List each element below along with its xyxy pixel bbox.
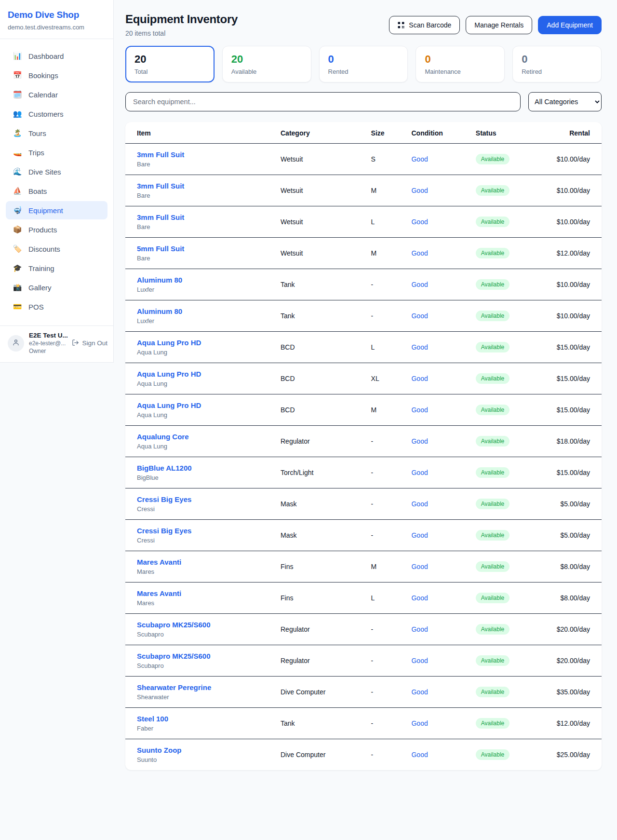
sidebar-item-discounts[interactable]: 🏷️Discounts: [6, 240, 107, 258]
item-cell: Mares AvantiMares: [125, 551, 273, 583]
condition-link[interactable]: Good: [411, 563, 428, 570]
sidebar-nav: 📊Dashboard📅Bookings🗓️Calendar👥Customers🏝…: [0, 39, 113, 322]
item-link[interactable]: Aluminum 80: [137, 276, 265, 284]
condition-cell: Good: [403, 238, 468, 269]
trips-icon: 🚤: [13, 148, 22, 157]
condition-cell: Good: [403, 583, 468, 614]
item-link[interactable]: 3mm Full Suit: [137, 150, 265, 159]
table-row: 3mm Full SuitBareWetsuitMGoodAvailable$1…: [125, 175, 602, 206]
condition-link[interactable]: Good: [411, 155, 428, 163]
sign-out-icon: [72, 339, 79, 348]
item-link[interactable]: Cressi Big Eyes: [137, 527, 265, 535]
sidebar-item-pos[interactable]: 💳POS: [6, 298, 107, 316]
sidebar-item-trips[interactable]: 🚤Trips: [6, 143, 107, 162]
item-link[interactable]: BigBlue AL1200: [137, 464, 265, 472]
item-link[interactable]: Suunto Zoop: [137, 746, 265, 754]
sidebar-item-customers[interactable]: 👥Customers: [6, 105, 107, 123]
category-filter[interactable]: All Categories: [528, 92, 602, 111]
status-cell: Available: [468, 614, 549, 645]
condition-cell: Good: [403, 332, 468, 363]
condition-link[interactable]: Good: [411, 657, 428, 664]
dive-sites-icon: 🌊: [13, 167, 22, 176]
item-link[interactable]: Aluminum 80: [137, 307, 265, 315]
condition-link[interactable]: Good: [411, 719, 428, 727]
item-link[interactable]: Aqua Lung Pro HD: [137, 339, 265, 347]
condition-link[interactable]: Good: [411, 281, 428, 288]
discounts-icon: 🏷️: [13, 244, 22, 253]
sidebar-item-label: Trips: [28, 149, 44, 157]
boats-icon: ⛵: [13, 187, 22, 195]
item-link[interactable]: 3mm Full Suit: [137, 182, 265, 190]
sidebar-item-calendar[interactable]: 🗓️Calendar: [6, 85, 107, 104]
condition-link[interactable]: Good: [411, 343, 428, 351]
item-link[interactable]: Aqua Lung Pro HD: [137, 401, 265, 409]
search-input[interactable]: [125, 92, 521, 111]
status-cell: Available: [468, 238, 549, 269]
sidebar-item-products[interactable]: 📦Products: [6, 220, 107, 239]
category-cell: Fins: [273, 583, 363, 614]
equipment-icon: 🤿: [13, 206, 22, 215]
item-link[interactable]: Aqua Lung Pro HD: [137, 370, 265, 378]
condition-link[interactable]: Good: [411, 500, 428, 508]
sidebar-item-equipment[interactable]: 🤿Equipment: [6, 201, 107, 219]
item-link[interactable]: Mares Avanti: [137, 589, 265, 597]
sidebar-item-label: Dashboard: [28, 52, 64, 60]
user-meta: E2E Test U... e2e-tester@... Owner: [29, 332, 67, 354]
status-badge: Available: [476, 687, 510, 697]
sidebar-item-tours[interactable]: 🏝️Tours: [6, 124, 107, 142]
item-link[interactable]: Mares Avanti: [137, 558, 265, 566]
sign-out-button[interactable]: Sign Out: [72, 339, 107, 348]
sidebar-item-bookings[interactable]: 📅Bookings: [6, 66, 107, 84]
condition-link[interactable]: Good: [411, 688, 428, 696]
manage-rentals-button[interactable]: Manage Rentals: [466, 16, 532, 34]
rental-cell: $15.00/day: [549, 332, 602, 363]
condition-link[interactable]: Good: [411, 187, 428, 194]
column-header-size: Size: [363, 122, 404, 144]
condition-cell: Good: [403, 206, 468, 238]
condition-link[interactable]: Good: [411, 751, 428, 759]
stat-card-available[interactable]: 20Available: [222, 46, 311, 82]
condition-link[interactable]: Good: [411, 406, 428, 414]
item-link[interactable]: Cressi Big Eyes: [137, 495, 265, 503]
stat-card-total[interactable]: 20Total: [125, 46, 215, 82]
item-link[interactable]: Aqualung Core: [137, 433, 265, 441]
rental-cell: $10.00/day: [549, 206, 602, 238]
condition-link[interactable]: Good: [411, 218, 428, 226]
status-cell: Available: [468, 457, 549, 488]
condition-link[interactable]: Good: [411, 375, 428, 382]
status-cell: Available: [468, 488, 549, 520]
condition-link[interactable]: Good: [411, 437, 428, 445]
item-link[interactable]: Scubapro MK25/S600: [137, 621, 265, 629]
item-link[interactable]: Steel 100: [137, 715, 265, 723]
add-equipment-button[interactable]: Add Equipment: [538, 16, 602, 34]
barcode-scan-icon: [398, 22, 404, 28]
sidebar-item-training[interactable]: 🎓Training: [6, 259, 107, 277]
brand-title[interactable]: Demo Dive Shop: [8, 10, 106, 20]
sidebar-item-gallery[interactable]: 📸Gallery: [6, 278, 107, 297]
size-cell: -: [363, 739, 404, 771]
table-row: Aqua Lung Pro HDAqua LungBCDXLGoodAvaila…: [125, 363, 602, 394]
item-brand: Scubapro: [137, 631, 265, 638]
item-link[interactable]: 5mm Full Suit: [137, 244, 265, 253]
condition-link[interactable]: Good: [411, 625, 428, 633]
item-link[interactable]: 3mm Full Suit: [137, 213, 265, 221]
condition-link[interactable]: Good: [411, 469, 428, 476]
condition-link[interactable]: Good: [411, 249, 428, 257]
condition-link[interactable]: Good: [411, 312, 428, 320]
sidebar-item-dive-sites[interactable]: 🌊Dive Sites: [6, 163, 107, 181]
stat-card-rented[interactable]: 0Rented: [319, 46, 408, 82]
category-cell: Wetsuit: [273, 175, 363, 206]
scan-barcode-button[interactable]: Scan Barcode: [389, 16, 460, 34]
filters-row: All Categories: [125, 92, 602, 111]
stat-card-maintenance[interactable]: 0Maintenance: [416, 46, 505, 82]
condition-link[interactable]: Good: [411, 594, 428, 602]
sidebar-item-boats[interactable]: ⛵Boats: [6, 182, 107, 200]
item-link[interactable]: Scubapro MK25/S600: [137, 652, 265, 660]
item-brand: Mares: [137, 568, 265, 575]
item-brand: Luxfer: [137, 286, 265, 293]
stat-card-retired[interactable]: 0Retired: [512, 46, 602, 82]
sidebar-item-dashboard[interactable]: 📊Dashboard: [6, 47, 107, 65]
brand-block: Demo Dive Shop demo.test.divestreams.com: [0, 0, 113, 39]
condition-link[interactable]: Good: [411, 531, 428, 539]
item-link[interactable]: Shearwater Peregrine: [137, 683, 265, 691]
